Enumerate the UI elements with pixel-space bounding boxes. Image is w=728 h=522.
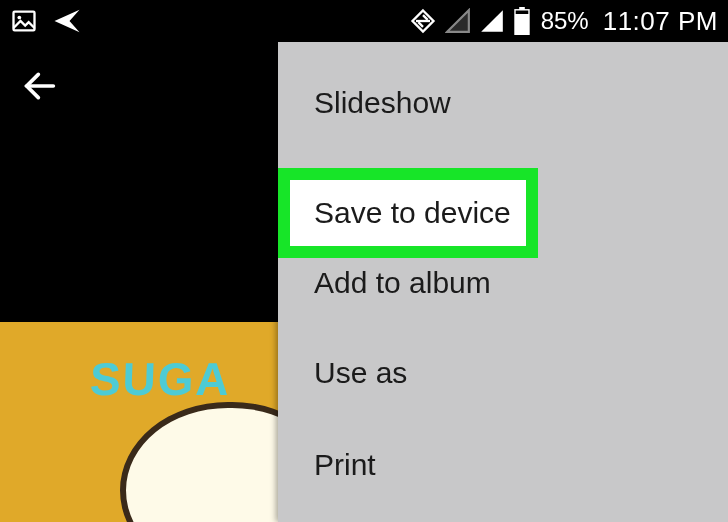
menu-item-slideshow[interactable]: Slideshow (278, 58, 728, 148)
battery-icon (513, 7, 531, 35)
app-area: SUGA Slideshow Save to device Add to alb… (0, 42, 728, 522)
status-left (10, 6, 82, 36)
screen: 85% 11:07 PM SUGA Slideshow Save to devi… (0, 0, 728, 522)
photo-text: SUGA (89, 352, 232, 406)
svg-point-1 (17, 16, 21, 20)
status-bar: 85% 11:07 PM (0, 0, 728, 42)
menu-item-label: Slideshow (314, 86, 451, 120)
photo-shape (120, 402, 300, 522)
menu-item-label: Use as (314, 356, 407, 390)
image-notification-icon (10, 7, 38, 35)
overflow-menu: Slideshow Save to device Add to album Us… (278, 42, 728, 522)
menu-item-label: Print (314, 448, 376, 482)
svg-rect-4 (515, 14, 529, 35)
menu-item-label: Add to album (314, 266, 491, 300)
cell-signal-full-icon (479, 8, 505, 34)
wifi-icon (409, 7, 437, 35)
menu-item-save-to-device[interactable]: Save to device (278, 168, 538, 258)
status-right: 85% 11:07 PM (409, 6, 718, 37)
menu-item-print[interactable]: Print (278, 418, 728, 488)
photo-preview: SUGA (0, 322, 300, 522)
svg-rect-0 (14, 12, 35, 31)
battery-percentage: 85% (541, 7, 589, 35)
back-arrow-icon[interactable] (20, 66, 60, 110)
cell-signal-empty-icon (445, 8, 471, 34)
clock: 11:07 PM (603, 6, 718, 37)
menu-item-use-as[interactable]: Use as (278, 328, 728, 418)
menu-item-label: Save to device (314, 196, 511, 230)
send-notification-icon (52, 6, 82, 36)
